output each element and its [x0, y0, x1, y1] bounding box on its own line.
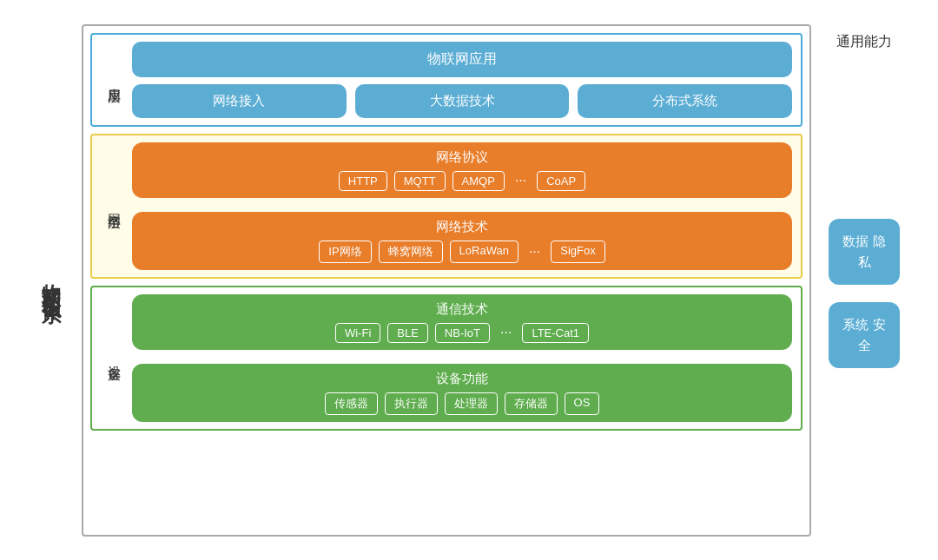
net-tech-title: 网络技术	[141, 219, 783, 235]
right-box-data-privacy: 数据 隐私	[829, 219, 900, 285]
net-tech-items: IP网络 蜂窝网络 LoRaWan ··· SigFox	[141, 240, 783, 263]
dev-layer: 设备层 通信技术 Wi-Fi BLE NB-IoT ··· LTE-Cat1 设…	[90, 286, 803, 431]
dev-func-items: 传感器 执行器 处理器 存储器 OS	[141, 392, 783, 415]
net-item-amqp: AMQP	[452, 171, 505, 191]
app-box-bigdata: 大数据技术	[355, 84, 570, 118]
main-diagram: 应用层 物联网应用 网络接入 大数据技术 分布式系统 网络层 网络协议 HTTP	[82, 24, 811, 537]
dev-comm-block: 通信技术 Wi-Fi BLE NB-IoT ··· LTE-Cat1	[132, 294, 792, 350]
app-bottom-row: 网络接入 大数据技术 分布式系统	[132, 84, 792, 118]
net-item-lorawan: LoRaWan	[450, 240, 519, 263]
dev-func-block: 设备功能 传感器 执行器 处理器 存储器 OS	[132, 364, 792, 422]
net-tech-block: 网络技术 IP网络 蜂窝网络 LoRaWan ··· SigFox	[132, 212, 792, 270]
net-item-coap: CoAP	[537, 171, 585, 191]
app-box-distributed: 分布式系统	[578, 84, 792, 118]
app-layer-content: 物联网应用 网络接入 大数据技术 分布式系统	[127, 42, 792, 118]
net-dots-2: ···	[525, 240, 544, 263]
dev-dots-1: ···	[497, 323, 515, 343]
outer-container: 物联网知识体系 应用层 物联网应用 网络接入 大数据技术 分布式系统 网络层 网…	[35, 24, 903, 537]
net-layer-content: 网络协议 HTTP MQTT AMQP ··· CoAP 网络技术 IP网络 蜂…	[127, 142, 792, 270]
dev-item-ble: BLE	[387, 323, 428, 343]
net-item-sigfox: SigFox	[551, 240, 604, 263]
right-boxes: 数据 隐私 系统 安全	[829, 60, 900, 528]
dev-item-actuator: 执行器	[385, 392, 438, 415]
right-title: 通用能力	[836, 33, 892, 51]
net-protocol-block: 网络协议 HTTP MQTT AMQP ··· CoAP	[132, 142, 792, 198]
net-item-mqtt: MQTT	[394, 171, 446, 191]
net-protocol-items: HTTP MQTT AMQP ··· CoAP	[141, 171, 783, 191]
right-box-system-security: 系统 安全	[829, 302, 900, 368]
dev-item-nbiot: NB-IoT	[435, 323, 490, 343]
dev-comm-items: Wi-Fi BLE NB-IoT ··· LTE-Cat1	[141, 323, 783, 343]
dev-item-os: OS	[565, 392, 600, 415]
dev-layer-label: 设备层	[101, 294, 127, 422]
dev-item-wifi: Wi-Fi	[335, 323, 380, 343]
right-panel: 通用能力 数据 隐私 系统 安全	[825, 24, 903, 537]
net-item-cellular: 蜂窝网络	[379, 240, 443, 263]
net-protocol-title: 网络协议	[141, 149, 783, 166]
net-layer: 网络层 网络协议 HTTP MQTT AMQP ··· CoAP 网络技术	[90, 134, 803, 279]
net-dots-1: ···	[512, 171, 530, 191]
dev-item-storage: 存储器	[505, 392, 558, 415]
dev-func-title: 设备功能	[141, 371, 783, 387]
app-box-network: 网络接入	[132, 84, 347, 118]
left-label: 物联网知识体系	[35, 24, 68, 537]
net-layer-label: 网络层	[101, 142, 127, 270]
dev-item-sensor: 传感器	[325, 392, 378, 415]
dev-layer-content: 通信技术 Wi-Fi BLE NB-IoT ··· LTE-Cat1 设备功能 …	[127, 294, 792, 422]
app-layer-label: 应用层	[101, 42, 127, 118]
net-item-ip: IP网络	[319, 240, 371, 263]
dev-comm-title: 通信技术	[141, 301, 783, 318]
app-top-box: 物联网应用	[132, 42, 792, 77]
app-layer: 应用层 物联网应用 网络接入 大数据技术 分布式系统	[90, 33, 803, 127]
dev-item-processor: 处理器	[445, 392, 498, 415]
net-item-http: HTTP	[339, 171, 387, 191]
dev-item-ltecat1: LTE-Cat1	[522, 323, 589, 343]
